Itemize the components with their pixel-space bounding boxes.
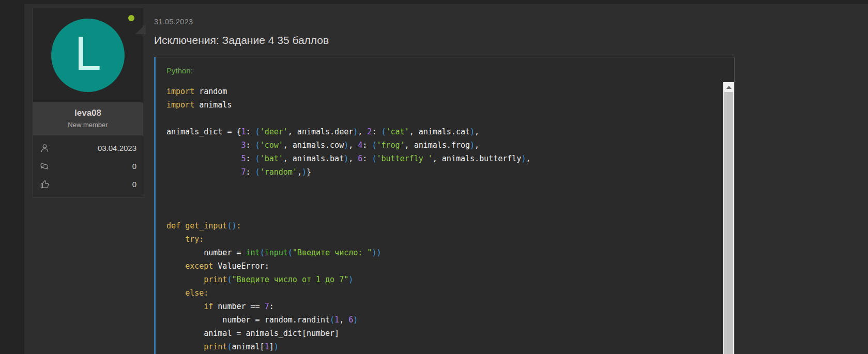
stat-value-messages: 0: [132, 162, 136, 171]
profile-card: L leva08 New member 03.04.2023: [33, 8, 143, 198]
code-content[interactable]: import randomimport animals animals_dict…: [156, 75, 734, 354]
page: L leva08 New member 03.04.2023: [0, 0, 868, 354]
post-date: 31.05.2023: [154, 17, 193, 26]
user-icon: [39, 143, 50, 153]
thumbs-up-icon: [39, 179, 50, 190]
stat-value-likes: 0: [132, 180, 136, 189]
username-link[interactable]: leva08: [36, 108, 140, 118]
user-role: New member: [36, 121, 140, 129]
avatar-box: L: [33, 8, 143, 102]
stat-value-joined: 03.04.2023: [98, 144, 136, 152]
stat-row-messages: 0: [39, 160, 136, 172]
post-title: Исключения: Задание 4 35 баллов: [154, 34, 329, 47]
chat-icon: [39, 161, 50, 172]
user-identity: leva08 New member: [33, 102, 143, 135]
avatar[interactable]: L: [51, 19, 125, 92]
avatar-letter: L: [74, 29, 101, 77]
scrollbar-thumb[interactable]: [724, 92, 733, 354]
code-language-label: Python:: [156, 57, 734, 75]
user-stats: 03.04.2023 0 0: [33, 135, 143, 197]
online-indicator: [128, 15, 134, 21]
stat-row-joined: 03.04.2023: [39, 142, 136, 154]
message-arrow: [135, 24, 146, 34]
arrow-up-icon: [726, 86, 732, 89]
code-block: Python: import randomimport animals anim…: [154, 57, 735, 354]
forum-post-panel: L leva08 New member 03.04.2023: [24, 4, 868, 354]
code-scrollbar[interactable]: [723, 82, 734, 354]
scroll-up-button[interactable]: [723, 82, 734, 92]
stat-row-likes: 0: [39, 178, 136, 190]
